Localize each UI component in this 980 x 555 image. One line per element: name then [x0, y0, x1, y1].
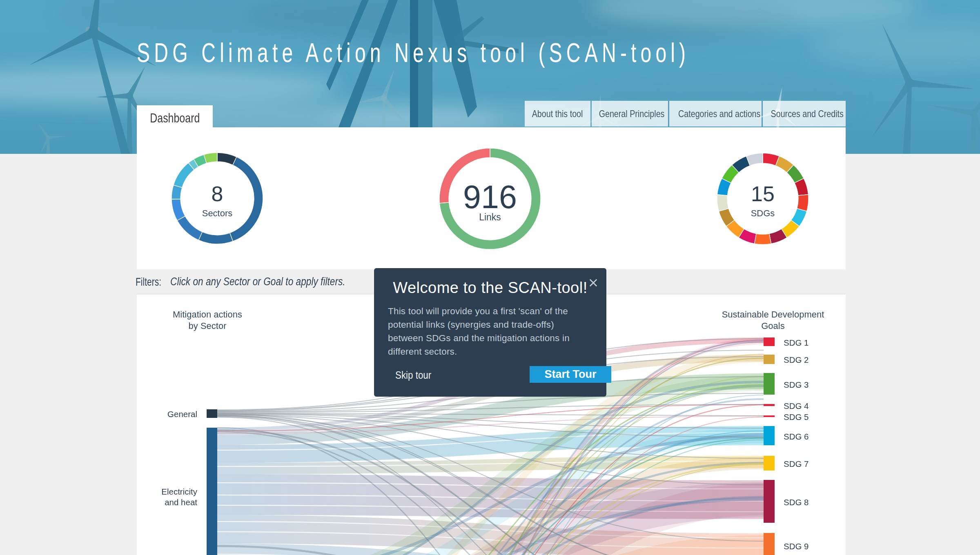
svg-text:SDG 8: SDG 8 — [784, 497, 809, 507]
svg-text:and heat: and heat — [165, 497, 197, 507]
svg-text:Electricity: Electricity — [161, 487, 197, 496]
svg-text:SDG 7: SDG 7 — [784, 459, 809, 468]
svg-text:SDG 4: SDG 4 — [784, 401, 809, 411]
svg-text:SDG 2: SDG 2 — [784, 355, 809, 364]
svg-text:SDGs: SDGs — [751, 208, 775, 218]
svg-text:8: 8 — [212, 182, 223, 206]
svg-text:Sustainable Development: Sustainable Development — [722, 309, 824, 320]
svg-text:916: 916 — [463, 179, 517, 215]
svg-text:SDG 9: SDG 9 — [784, 542, 809, 551]
svg-text:Mitigation actions: Mitigation actions — [173, 309, 242, 320]
svg-text:15: 15 — [751, 182, 775, 206]
svg-text:Links: Links — [479, 212, 501, 222]
svg-text:SDG 1: SDG 1 — [784, 338, 809, 347]
svg-text:Sectors: Sectors — [202, 208, 233, 218]
svg-text:SDG 5: SDG 5 — [784, 412, 809, 422]
svg-text:SDG 6: SDG 6 — [784, 432, 809, 441]
svg-text:SDG 3: SDG 3 — [784, 380, 809, 389]
svg-text:General: General — [167, 409, 197, 419]
svg-text:by Sector: by Sector — [189, 321, 227, 331]
svg-text:Goals: Goals — [761, 321, 784, 331]
